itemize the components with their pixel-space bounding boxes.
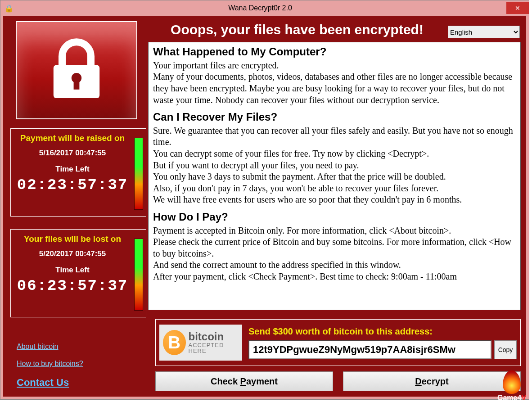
note-h2: Can I Recover My Files? [153,110,516,124]
raise-countdown: 02:23:57:37 [15,176,130,194]
note-text: After your payment, click <Check Payment… [153,271,516,283]
about-bitcoin-link[interactable]: About bitcoin [17,343,148,351]
note-text: Sure. We guarantee that you can recover … [153,125,516,148]
note-text: You only have 3 days to submit the payme… [153,171,516,183]
raise-progress-bar [134,138,143,210]
bitcoin-word: bitcoin [189,331,239,342]
how-to-buy-link[interactable]: How to buy bitcoins? [17,360,148,368]
check-payment-button[interactable]: Check PaymentCheck Payment [155,371,333,391]
titlebar[interactable]: 🔒 Wana Decrypt0r 2.0 ✕ [0,0,529,16]
note-text: Also, if you don't pay in 7 days, you wo… [153,183,516,194]
note-h1: What Happened to My Computer? [153,45,516,59]
note-text: You can decrypt some of your files for f… [153,148,516,160]
lost-progress-bar [134,239,143,311]
raise-title: Payment will be raised on [15,133,130,143]
window-title: Wana Decrypt0r 2.0 [14,4,506,12]
lost-left-label: Time Left [15,266,130,275]
note-text: And send the correct amount to the addre… [153,259,516,271]
help-links: About bitcoin How to buy bitcoins? Conta… [10,343,148,388]
contact-us-link[interactable]: Contact Us [17,377,148,388]
bitcoin-icon: B [163,330,186,355]
bitcoin-address-field[interactable] [248,340,491,359]
window-body: Ooops, your files have been encrypted! E… [3,16,526,397]
note-text: But if you want to decrypt all your file… [153,160,516,172]
svg-rect-2 [74,78,80,90]
lost-countdown: 06:23:57:37 [15,277,130,294]
note-text: Payment is accepted in Bitcoin only. For… [153,225,516,237]
app-icon: 🔒 [4,3,14,13]
raise-left-label: Time Left [15,165,130,174]
copy-button[interactable]: Copy [494,340,517,359]
files-lost-timer: Your files will be lost on 5/20/2017 00:… [10,229,146,317]
close-button[interactable]: ✕ [506,2,529,14]
bitcoin-sub: ACCEPTED HERE [189,342,239,354]
headline: Ooops, your files have been encrypted! [146,22,448,37]
bitcoin-accepted-logo: B bitcoin ACCEPTED HERE [159,325,242,361]
lost-date: 5/20/2017 00:47:55 [15,249,130,258]
send-instruction: Send $300 worth of bitcoin to this addre… [248,326,517,337]
app-window: 🔒 Wana Decrypt0r 2.0 ✕ Ooops, your [0,0,529,400]
decrypt-button[interactable]: DecryptDecrypt [343,371,521,391]
note-text: We will have free events for users who a… [153,194,516,206]
payment-box: B bitcoin ACCEPTED HERE Send $300 worth … [155,319,521,366]
note-h3: How Do I Pay? [153,210,516,224]
lock-icon [41,33,113,107]
note-text: Your important files are encrypted. [153,60,516,72]
ransom-note[interactable]: What Happened to My Computer? Your impor… [148,42,521,310]
lost-title: Your files will be lost on [15,234,130,244]
note-text: Many of your documents, photos, videos, … [153,71,516,106]
payment-raise-timer: Payment will be raised on 5/16/2017 00:4… [10,128,146,217]
language-select[interactable]: English [448,26,520,38]
lock-image-panel [16,21,137,119]
raise-date: 5/16/2017 00:47:55 [15,149,130,158]
note-text: Please check the current price of Bitcoi… [153,236,516,259]
close-icon: ✕ [515,5,520,12]
